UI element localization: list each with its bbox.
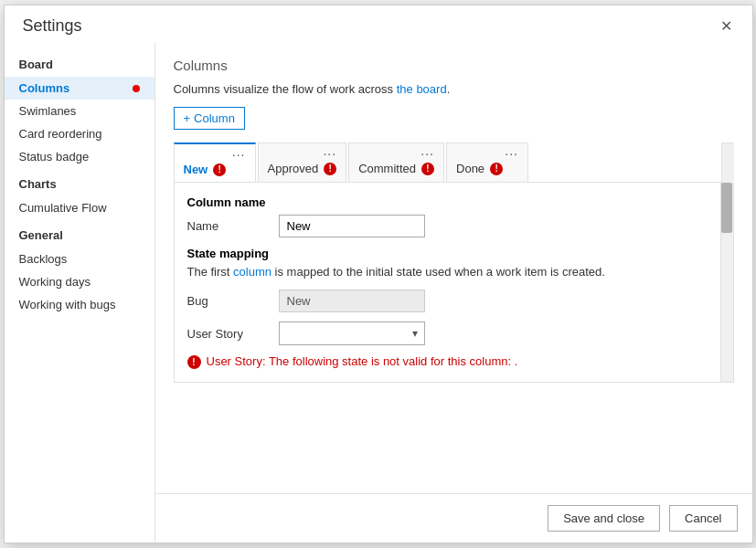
state-mapping-title: State mapping xyxy=(187,247,708,260)
column-tab-approved[interactable]: ··· Approved ! xyxy=(258,142,347,182)
dialog-footer: Save and close Cancel xyxy=(155,493,752,543)
bug-label: Bug xyxy=(187,294,270,308)
form-scrollbar-thumb xyxy=(721,183,732,233)
column-link[interactable]: column xyxy=(233,265,272,279)
settings-dialog: Settings ✕ Board Columns Swimlanes Card … xyxy=(4,5,753,543)
user-story-select-wrapper: New Active Closed ▾ xyxy=(279,321,425,345)
sidebar-section-general: General Backlogs Working days Working wi… xyxy=(5,223,154,316)
state-mapping-description: The first column is mapped to the initia… xyxy=(187,264,708,280)
bug-value: New xyxy=(279,290,425,312)
add-column-button[interactable]: + Column xyxy=(174,107,245,130)
sidebar: Board Columns Swimlanes Card reordering … xyxy=(5,43,155,543)
column-tab-done-label: Done xyxy=(456,162,484,175)
user-story-form-row: User Story New Active Closed ▾ xyxy=(187,321,708,345)
columns-error-indicator xyxy=(133,85,140,92)
name-form-row: Name xyxy=(187,215,708,237)
name-label: Name xyxy=(187,219,270,233)
column-tabs-scroll: ··· New ! ··· xyxy=(174,142,721,183)
sidebar-item-working-days-label: Working days xyxy=(19,275,91,289)
column-tab-new-label: New xyxy=(184,163,208,176)
user-story-select[interactable]: New Active Closed xyxy=(279,321,425,345)
column-tab-done-menu-icon[interactable]: ··· xyxy=(505,147,518,160)
column-name-section-title: Column name xyxy=(187,195,708,209)
column-tab-committed-error-icon: ! xyxy=(421,163,434,175)
save-and-close-button[interactable]: Save and close xyxy=(548,505,660,532)
sidebar-section-title-board[interactable]: Board xyxy=(5,52,154,77)
column-tab-approved-menu-icon[interactable]: ··· xyxy=(323,147,336,160)
column-tab-new-top: ··· xyxy=(184,148,246,161)
column-tab-done[interactable]: ··· Done ! xyxy=(446,142,528,182)
sidebar-item-working-with-bugs-label: Working with bugs xyxy=(19,298,116,311)
column-tab-approved-error-icon: ! xyxy=(324,163,336,175)
column-tab-committed-bottom: Committed ! xyxy=(358,162,434,175)
main-content: Columns Columns visualize the flow of wo… xyxy=(155,43,752,543)
dialog-header: Settings ✕ xyxy=(5,5,752,43)
column-tab-approved-bottom: Approved ! xyxy=(268,162,337,175)
sidebar-item-status-badge[interactable]: Status badge xyxy=(5,145,154,168)
add-column-plus-icon: + xyxy=(184,111,191,125)
sidebar-item-columns-label: Columns xyxy=(19,81,70,95)
column-tab-new-menu-icon[interactable]: ··· xyxy=(232,148,246,161)
sidebar-item-card-reordering[interactable]: Card reordering xyxy=(5,122,154,145)
sidebar-item-swimlanes[interactable]: Swimlanes xyxy=(5,100,154,122)
sidebar-item-backlogs[interactable]: Backlogs xyxy=(5,248,154,270)
sidebar-section-title-charts[interactable]: Charts xyxy=(5,172,154,196)
dialog-body: Board Columns Swimlanes Card reordering … xyxy=(5,43,752,543)
name-input[interactable] xyxy=(279,215,425,237)
cancel-button[interactable]: Cancel xyxy=(669,505,737,532)
close-button[interactable]: ✕ xyxy=(715,17,738,36)
column-tab-committed[interactable]: ··· Committed ! xyxy=(348,142,444,182)
column-tabs-wrapper: ··· New ! ··· xyxy=(174,142,721,183)
column-tab-committed-label: Committed xyxy=(358,162,416,175)
content-description: Columns visualize the flow of work acros… xyxy=(174,82,734,96)
sidebar-item-card-reordering-label: Card reordering xyxy=(19,127,102,141)
sidebar-item-working-days[interactable]: Working days xyxy=(5,270,154,293)
tabs-scrollbar xyxy=(721,142,734,183)
user-story-label: User Story xyxy=(187,327,270,341)
state-mapping-section: State mapping The first column is mapped… xyxy=(187,247,708,369)
column-tab-done-bottom: Done ! xyxy=(456,162,518,175)
sidebar-item-backlogs-label: Backlogs xyxy=(19,252,68,266)
sidebar-section-charts: Charts Cumulative Flow xyxy=(5,172,154,219)
column-tab-done-top: ··· xyxy=(456,147,518,160)
user-story-error-text: User Story: The following state is not v… xyxy=(207,354,518,368)
column-tab-new-bottom: New ! xyxy=(184,163,246,176)
form-content: Column name Name State mapping The first… xyxy=(175,183,720,382)
column-tab-new-error-icon: ! xyxy=(213,163,226,176)
form-panel: Column name Name State mapping The first… xyxy=(174,183,734,383)
column-tab-approved-label: Approved xyxy=(268,162,319,175)
board-link[interactable]: the board xyxy=(397,82,447,96)
dialog-title: Settings xyxy=(23,16,82,36)
bug-form-row: Bug New xyxy=(187,290,708,312)
sidebar-item-columns[interactable]: Columns xyxy=(5,77,154,100)
sidebar-item-swimlanes-label: Swimlanes xyxy=(19,104,77,118)
sidebar-section-title-general[interactable]: General xyxy=(5,223,154,248)
column-tab-committed-menu-icon[interactable]: ··· xyxy=(421,147,434,160)
column-tab-new[interactable]: ··· New ! xyxy=(174,142,256,182)
content-title: Columns xyxy=(174,58,734,73)
sidebar-section-board: Board Columns Swimlanes Card reordering … xyxy=(5,52,154,168)
sidebar-item-cumulative-flow[interactable]: Cumulative Flow xyxy=(5,196,154,219)
user-story-error-icon: ! xyxy=(187,355,201,369)
column-tab-done-error-icon: ! xyxy=(490,163,503,175)
sidebar-item-working-with-bugs[interactable]: Working with bugs xyxy=(5,293,154,316)
add-column-label: Column xyxy=(194,111,235,125)
content-area: Columns Columns visualize the flow of wo… xyxy=(155,43,752,493)
form-scrollbar xyxy=(720,183,733,382)
column-tabs-area: ··· New ! ··· xyxy=(174,142,734,183)
column-tab-approved-top: ··· xyxy=(268,147,337,160)
user-story-error: ! User Story: The following state is not… xyxy=(187,354,708,369)
column-tab-committed-top: ··· xyxy=(358,147,434,160)
sidebar-item-status-badge-label: Status badge xyxy=(19,150,90,163)
sidebar-item-cumulative-flow-label: Cumulative Flow xyxy=(19,201,107,215)
